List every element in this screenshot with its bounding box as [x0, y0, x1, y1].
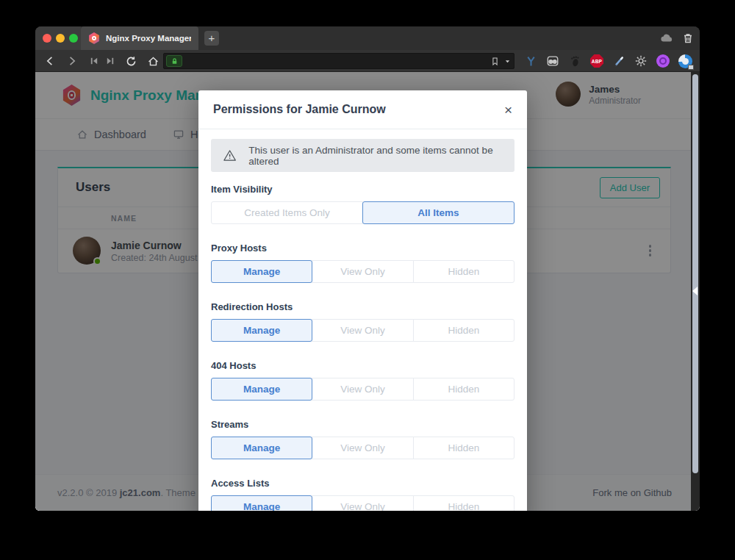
new-tab-button[interactable]: + [204, 31, 219, 46]
permission-section: Streams Manage View Only Hidden [211, 419, 514, 459]
permission-options-group: Manage View Only Hidden [211, 378, 514, 401]
admin-alert: This user is an Administrator and some i… [211, 139, 514, 172]
permission-section: Redirection Hosts Manage View Only Hidde… [211, 301, 514, 342]
permissions-modal: Permissions for Jamie Curnow × This user… [198, 90, 527, 511]
permission-section: 404 Hosts Manage View Only Hidden [211, 360, 514, 401]
option-manage[interactable]: Manage [211, 495, 312, 511]
desktop: Nginx Proxy Manager + [0, 0, 735, 560]
option-manage[interactable]: Manage [211, 319, 312, 342]
option-hidden[interactable]: Hidden [413, 319, 514, 342]
permission-options-group: Manage View Only Hidden [211, 437, 514, 459]
permission-options-group: Manage View Only Hidden [211, 260, 514, 283]
option-all-items[interactable]: All Items [362, 201, 514, 224]
admin-alert-text: This user is an Administrator and some i… [248, 145, 503, 167]
option-hidden[interactable]: Hidden [413, 378, 514, 401]
sync-cloud-icon[interactable] [659, 31, 674, 46]
browser-viewport: Nginx Proxy Manager James Administrator … [35, 72, 700, 511]
browser-window: Nginx Proxy Manager + [35, 26, 700, 511]
option-hidden[interactable]: Hidden [413, 495, 514, 511]
site-favicon [88, 32, 100, 44]
forward-button[interactable] [65, 54, 79, 68]
permission-section-label: Access Lists [211, 478, 514, 489]
visibility-group: Created Items Only All Items [211, 201, 514, 224]
option-hidden[interactable]: Hidden [413, 260, 514, 283]
option-view-only[interactable]: View Only [312, 495, 413, 511]
panel-toggle-icon[interactable] [692, 287, 698, 295]
browser-tab[interactable]: Nginx Proxy Manager [81, 26, 198, 50]
reload-button[interactable] [123, 54, 138, 68]
extension-goggles-icon[interactable] [545, 54, 560, 68]
minimize-window-button[interactable] [56, 34, 65, 43]
npm-page: Nginx Proxy Manager James Administrator … [35, 72, 691, 511]
extension-purple-icon[interactable] [656, 54, 670, 68]
permission-options-group: Manage View Only Hidden [211, 495, 514, 511]
option-view-only[interactable]: View Only [312, 260, 413, 283]
permission-section-label: Streams [211, 419, 514, 430]
option-manage[interactable]: Manage [211, 378, 312, 401]
bookmark-dropdown-icon[interactable] [504, 58, 511, 65]
extension-adblock-plus-icon[interactable]: ABP [589, 54, 604, 68]
home-button[interactable] [146, 54, 160, 68]
zoom-window-button[interactable] [69, 34, 78, 43]
address-bar[interactable] [163, 53, 514, 69]
option-manage[interactable]: Manage [211, 260, 312, 283]
trash-icon[interactable] [681, 31, 695, 46]
back-button[interactable] [43, 54, 57, 68]
window-controls [35, 26, 81, 50]
bookmark-icon[interactable] [490, 56, 500, 67]
security-lock-icon[interactable] [166, 55, 182, 67]
option-hidden[interactable]: Hidden [413, 437, 514, 459]
extension-pen-icon[interactable] [612, 54, 626, 68]
rewind-button[interactable] [87, 54, 101, 68]
fast-forward-button[interactable] [103, 54, 118, 68]
option-created-items-only[interactable]: Created Items Only [211, 201, 363, 224]
visibility-label: Item Visibility [211, 184, 514, 195]
close-window-button[interactable] [43, 34, 51, 43]
extension-gnome-foot-icon[interactable] [567, 54, 582, 68]
scrollbar-thumb[interactable] [692, 74, 698, 473]
tab-title: Nginx Proxy Manager [106, 34, 191, 43]
modal-close-icon[interactable]: × [504, 103, 512, 117]
browser-tabbar: Nginx Proxy Manager + [35, 26, 700, 50]
extension-session-icon[interactable] [678, 54, 692, 68]
permission-options-group: Manage View Only Hidden [211, 319, 514, 342]
option-view-only[interactable]: View Only [312, 319, 413, 342]
permission-section: Access Lists Manage View Only Hidden [211, 478, 514, 511]
option-view-only[interactable]: View Only [312, 437, 413, 459]
option-view-only[interactable]: View Only [312, 378, 413, 401]
permission-section-label: 404 Hosts [211, 360, 514, 371]
permission-section: Proxy Hosts Manage View Only Hidden [211, 243, 514, 283]
extension-fork-icon[interactable] [523, 54, 538, 68]
permission-section-label: Redirection Hosts [211, 301, 514, 312]
extension-gear-icon[interactable] [634, 54, 648, 68]
warning-icon [223, 148, 237, 163]
browser-toolbar: ABP [35, 50, 700, 72]
modal-title: Permissions for Jamie Curnow [213, 103, 386, 116]
permission-section-label: Proxy Hosts [211, 243, 514, 254]
option-manage[interactable]: Manage [211, 437, 312, 459]
